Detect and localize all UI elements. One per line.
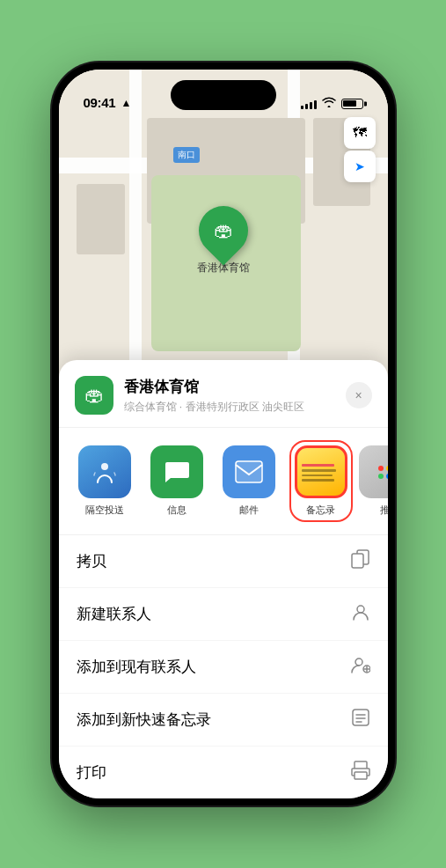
- dot-yellow: [386, 466, 388, 471]
- signal-bar-3: [310, 102, 312, 109]
- map-controls: 🗺 ➤: [344, 117, 376, 182]
- action-add-note-label: 添加到新快速备忘录: [77, 710, 211, 730]
- svg-rect-15: [355, 772, 367, 779]
- map-layers-button[interactable]: 🗺: [344, 117, 376, 149]
- dot-red: [378, 466, 384, 471]
- share-item-notes[interactable]: 备忘录: [291, 442, 351, 520]
- action-add-existing[interactable]: 添加到现有联系人: [59, 641, 388, 694]
- pin-icon: 🏟: [214, 219, 233, 242]
- map-location-icon: ➤: [355, 159, 365, 173]
- phone-frame: 09:41 ▲: [52, 63, 395, 805]
- map-building-2: [77, 184, 125, 254]
- messages-label: 信息: [167, 504, 186, 517]
- svg-rect-4: [352, 554, 363, 568]
- close-button[interactable]: ×: [346, 382, 372, 408]
- phone-screen: 09:41 ▲: [59, 70, 388, 798]
- notes-label: 备忘录: [306, 504, 335, 517]
- action-add-existing-label: 添加到现有联系人: [77, 657, 196, 677]
- dynamic-island: [171, 80, 276, 110]
- pin-circle: 🏟: [188, 195, 258, 265]
- mail-label: 邮件: [239, 504, 259, 517]
- share-item-airdrop[interactable]: 隔空投送: [75, 445, 135, 517]
- map-entrance-label: 南口: [173, 147, 200, 163]
- add-existing-icon: [351, 655, 370, 679]
- action-print[interactable]: 打印: [59, 747, 388, 798]
- share-item-more[interactable]: 推: [363, 445, 388, 517]
- venue-emoji: 🏟: [84, 384, 104, 407]
- notes-icon-wrap: [295, 445, 347, 498]
- signal-bar-4: [314, 100, 317, 109]
- action-print-label: 打印: [77, 762, 106, 783]
- add-note-icon: [351, 708, 370, 732]
- messages-icon-wrap: [150, 445, 203, 498]
- signal-bars: [301, 99, 317, 109]
- dot-blue: [386, 474, 388, 479]
- svg-rect-10: [353, 710, 369, 725]
- svg-point-0: [101, 463, 108, 470]
- venue-info: 香港体育馆 综合体育馆 · 香港特别行政区 油尖旺区: [124, 377, 346, 415]
- action-new-contact-label: 新建联系人: [77, 604, 151, 624]
- battery-fill: [343, 100, 356, 107]
- airdrop-label: 隔空投送: [85, 504, 124, 517]
- venue-header: 🏟 香港体育馆 综合体育馆 · 香港特别行政区 油尖旺区 ×: [59, 360, 388, 428]
- action-add-note[interactable]: 添加到新快速备忘录: [59, 694, 388, 747]
- venue-icon: 🏟: [75, 376, 113, 415]
- more-dots: [378, 466, 388, 479]
- share-item-messages[interactable]: 信息: [147, 445, 207, 517]
- action-new-contact[interactable]: 新建联系人: [59, 588, 388, 641]
- airdrop-icon-wrap: [78, 445, 131, 498]
- close-icon: ×: [355, 388, 362, 402]
- new-contact-icon: [351, 602, 370, 626]
- share-item-mail[interactable]: 邮件: [219, 445, 279, 517]
- wifi-icon: [322, 97, 336, 110]
- dot-green: [378, 474, 384, 479]
- action-list: 拷贝 新建联系人: [59, 535, 388, 798]
- share-row: 隔空投送 信息: [59, 428, 388, 535]
- action-copy-label: 拷贝: [77, 551, 106, 571]
- signal-bar-1: [301, 106, 303, 109]
- svg-rect-1: [236, 461, 262, 482]
- status-icons: [301, 97, 363, 110]
- copy-icon: [351, 549, 370, 573]
- map-pin[interactable]: 🏟 香港体育馆: [197, 206, 250, 276]
- battery-icon: [341, 99, 363, 109]
- svg-point-6: [355, 658, 362, 666]
- svg-rect-14: [355, 761, 367, 769]
- signal-bar-2: [305, 104, 308, 109]
- location-icon: ▲: [121, 97, 131, 109]
- bottom-sheet: 🏟 香港体育馆 综合体育馆 · 香港特别行政区 油尖旺区 ×: [59, 360, 388, 798]
- action-copy[interactable]: 拷贝: [59, 535, 388, 588]
- notes-content: [297, 448, 345, 496]
- map-location-button[interactable]: ➤: [344, 151, 376, 182]
- print-icon: [351, 761, 370, 784]
- venue-name: 香港体育馆: [124, 377, 346, 397]
- mail-icon-wrap: [223, 445, 275, 498]
- map-layers-icon: 🗺: [353, 125, 367, 141]
- venue-subtitle: 综合体育馆 · 香港特别行政区 油尖旺区: [124, 400, 346, 415]
- svg-point-5: [357, 606, 364, 613]
- status-time: 09:41: [84, 95, 116, 110]
- more-label: 推: [380, 504, 388, 517]
- more-icon-wrap: [359, 445, 388, 498]
